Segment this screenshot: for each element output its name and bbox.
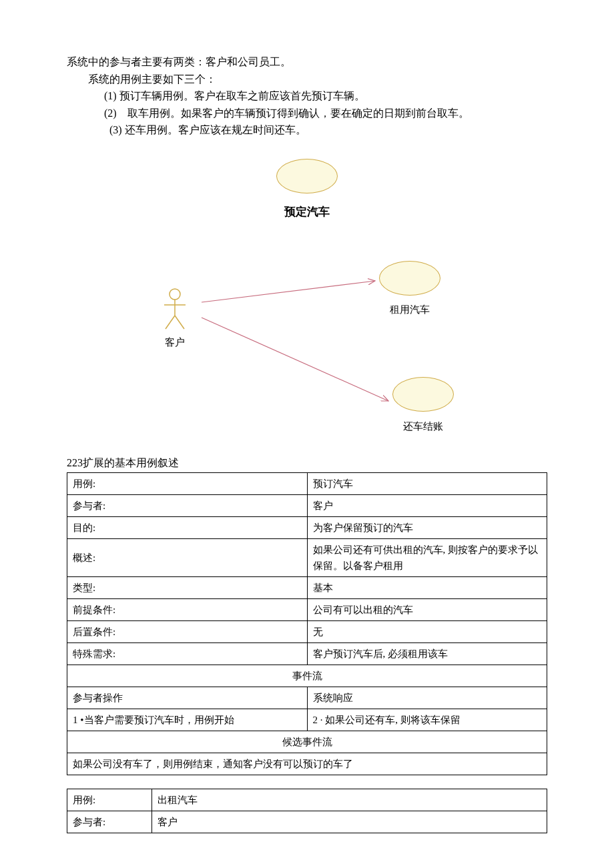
cell-label: 前提条件: <box>67 599 308 621</box>
actor-op-header: 参与者操作 <box>67 687 308 709</box>
cell-value: 客户 <box>307 495 547 517</box>
intro-line-1: 系统中的参与者主要有两类：客户和公司员工。 <box>67 53 547 71</box>
table-row: 前提条件: 公司有可以出租的汽车 <box>67 599 547 621</box>
cell-label: 用例: <box>67 789 152 811</box>
actor-op-cell: 1 •当客户需要预订汽车时，用例开始 <box>67 709 308 731</box>
table-row: 类型: 基本 <box>67 577 547 599</box>
usecase-table-2: 用例: 出租汽车 参与者: 客户 <box>67 789 547 833</box>
cell-value: 出租汽车 <box>152 789 547 811</box>
table-row: 参与者操作 系统响应 <box>67 687 547 709</box>
cell-label: 类型: <box>67 577 308 599</box>
usecase-ellipse-icon <box>379 261 440 296</box>
cell-value: 公司有可以出租的汽车 <box>307 599 547 621</box>
cell-label: 参与者: <box>67 495 308 517</box>
cell-value: 无 <box>307 621 547 643</box>
table-row: 参与者: 客户 <box>67 495 547 517</box>
cell-value: 预订汽车 <box>307 473 547 495</box>
usecase-rent-group: 租用汽车 <box>379 261 440 318</box>
svg-line-5 <box>166 316 175 329</box>
table-row: 用例: 出租汽车 <box>67 789 547 811</box>
intro-item-3: (3) 还车用例。客户应该在规左时间还车。 <box>67 121 547 139</box>
cell-label: 参与者: <box>67 811 152 833</box>
actor-label: 客户 <box>160 334 190 350</box>
intro-item-2: (2) 取车用例。如果客户的车辆预订得到确认，要在确定的日期到前台取车。 <box>67 105 547 122</box>
svg-line-6 <box>175 316 184 329</box>
diagram-top-label: 预定汽车 <box>67 203 547 221</box>
actor-icon-group: 客户 <box>160 288 190 350</box>
usecase-rent-label: 租用汽车 <box>379 302 440 318</box>
cell-label: 概述: <box>67 539 308 577</box>
cell-value: 客户 <box>152 811 547 833</box>
diagram-top: 预定汽车 <box>67 159 547 221</box>
table-row: 1 •当客户需要预订汽车时，用例开始 2 · 如果公司还有车, 则将该车保留 <box>67 709 547 731</box>
svg-point-2 <box>170 289 180 300</box>
section-title: 223扩展的基本用例叙述 <box>67 454 547 472</box>
table-row: 特殊需求: 客户预订汽车后, 必须租用该车 <box>67 643 547 665</box>
alt-flow-text: 如果公司没有车了，则用例结束，通知客户没有可以预订的车了 <box>67 753 547 775</box>
usecase-ellipse-icon <box>392 377 454 412</box>
cell-value: 基本 <box>307 577 547 599</box>
table-row: 概述: 如果公司还有可供出租的汽车, 则按客户的要求予以保留。以备客户租用 <box>67 539 547 577</box>
table-row: 参与者: 客户 <box>67 811 547 833</box>
intro-item-1: (1) 预订车辆用例。客户在取车之前应该首先预订车辆。 <box>67 87 547 105</box>
table-row-header: 事件流 <box>67 665 547 687</box>
cell-value: 如果公司还有可供出租的汽车, 则按客户的要求予以保留。以备客户租用 <box>307 539 547 577</box>
usecase-diagram: 客户 租用汽车 还车结账 <box>154 261 460 434</box>
cell-label: 特殊需求: <box>67 643 308 665</box>
alt-flow-header: 候选事件流 <box>67 731 547 753</box>
flow-header: 事件流 <box>67 665 547 687</box>
table-row: 目的: 为客户保留预订的汽车 <box>67 517 547 539</box>
table-row: 后置条件: 无 <box>67 621 547 643</box>
cell-label: 用例: <box>67 473 308 495</box>
table-row: 用例: 预订汽车 <box>67 473 547 495</box>
usecase-return-label: 还车结账 <box>392 418 454 434</box>
cell-value: 客户预订汽车后, 必须租用该车 <box>307 643 547 665</box>
sys-resp-header: 系统响应 <box>307 687 547 709</box>
svg-line-0 <box>202 281 375 302</box>
svg-line-1 <box>202 318 388 401</box>
usecase-table-1: 用例: 预订汽车 参与者: 客户 目的: 为客户保留预订的汽车 概述: 如果公司… <box>67 472 547 775</box>
table-row: 如果公司没有车了，则用例结束，通知客户没有可以预订的车了 <box>67 753 547 775</box>
intro-line-2: 系统的用例主要如下三个： <box>67 71 547 88</box>
cell-label: 目的: <box>67 517 308 539</box>
usecase-return-group: 还车结账 <box>392 377 454 434</box>
actor-stick-figure-icon <box>160 288 190 334</box>
usecase-ellipse-icon <box>276 159 338 193</box>
cell-value: 为客户保留预订的汽车 <box>307 517 547 539</box>
sys-resp-cell: 2 · 如果公司还有车, 则将该车保留 <box>307 709 547 731</box>
cell-label: 后置条件: <box>67 621 308 643</box>
table-row-header: 候选事件流 <box>67 731 547 753</box>
